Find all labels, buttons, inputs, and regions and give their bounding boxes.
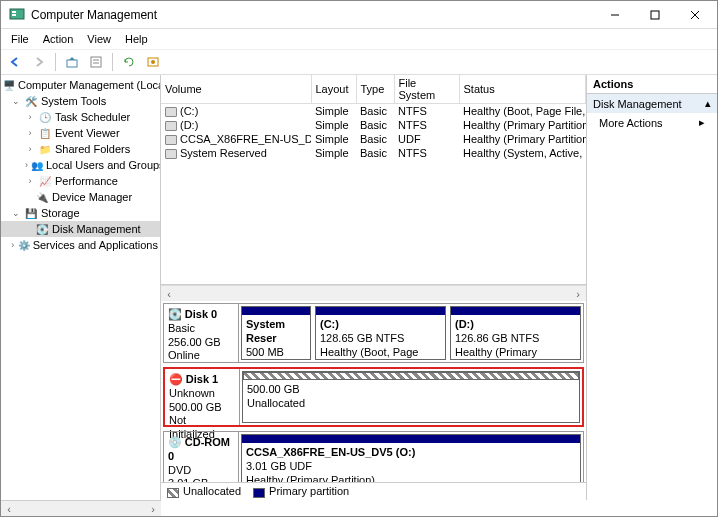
actions-header: Actions [587,75,717,94]
tree-storage[interactable]: ⌄ 💾 Storage [1,205,160,221]
chevron-right-icon[interactable]: › [25,144,35,154]
tools-icon: 🛠️ [24,94,38,108]
tree-system-tools[interactable]: ⌄ 🛠️ System Tools [1,93,160,109]
partition-cdrom[interactable]: CCSA_X86FRE_EN-US_DV5 (O:) 3.01 GB UDF H… [241,434,581,482]
disk-0-header: 💽 Disk 0 Basic 256.00 GB Online [164,304,239,362]
menu-bar: File Action View Help [1,29,717,49]
tree-performance[interactable]: › 📈 Performance [1,173,160,189]
tree-disk-management[interactable]: 💽 Disk Management [1,221,160,237]
volume-row[interactable]: System ReservedSimpleBasicNTFSHealthy (S… [161,146,586,160]
minimize-button[interactable] [595,1,635,29]
partition-c[interactable]: (C:) 128.65 GB NTFS Healthy (Boot, Page … [315,306,446,360]
event-icon: 📋 [38,126,52,140]
drive-icon [165,107,177,117]
toolbar [1,49,717,75]
folder-icon: 📁 [38,142,52,156]
cdrom-icon: 💿 [168,436,182,448]
svg-rect-1 [12,11,16,13]
disk-1-row[interactable]: ⛔ Disk 1 Unknown 500.00 GB Not Initializ… [163,367,584,427]
title-bar: Computer Management [1,1,717,29]
cdrom-0-header: 💿 CD-ROM 0 DVD 3.01 GB Online [164,432,239,482]
computer-icon: 🖥️ [3,78,15,92]
app-icon [9,7,25,23]
partition-d[interactable]: (D:) 126.86 GB NTFS Healthy (Primary Par… [450,306,581,360]
chevron-right-icon[interactable]: › [25,160,28,170]
disk-graphic-area: 💽 Disk 0 Basic 256.00 GB Online System R… [161,301,586,482]
chevron-down-icon[interactable]: ⌄ [11,96,21,106]
close-button[interactable] [675,1,715,29]
col-type[interactable]: Type [356,75,394,104]
disk-icon: 💽 [35,222,49,236]
back-button[interactable] [5,52,25,72]
storage-icon: 💾 [24,206,38,220]
forward-button[interactable] [29,52,49,72]
col-status[interactable]: Status [459,75,586,104]
clock-icon: 🕒 [38,110,52,124]
partition-system-reserved[interactable]: System Reser 500 MB NTFS Healthy (Syste [241,306,311,360]
chevron-right-icon: ▸ [699,116,705,129]
refresh-button[interactable] [119,52,139,72]
volume-row[interactable]: CCSA_X86FRE_EN-US_DV5 (O:)SimpleBasicUDF… [161,132,586,146]
drive-icon [165,149,177,159]
tree-event-viewer[interactable]: › 📋 Event Viewer [1,125,160,141]
cdrom-0-row[interactable]: 💿 CD-ROM 0 DVD 3.01 GB Online CCSA_X86FR… [163,431,584,482]
menu-view[interactable]: View [81,31,117,47]
chevron-right-icon[interactable]: › [11,240,15,250]
chevron-right-icon[interactable]: › [25,128,35,138]
volume-row[interactable]: (C:)SimpleBasicNTFSHealthy (Boot, Page F… [161,104,586,119]
services-icon: ⚙️ [18,238,30,252]
tree-device-manager[interactable]: 🔌 Device Manager [1,189,160,205]
tree-shared-folders[interactable]: › 📁 Shared Folders [1,141,160,157]
legend: Unallocated Primary partition [161,482,586,500]
disk-0-row[interactable]: 💽 Disk 0 Basic 256.00 GB Online System R… [163,303,584,363]
svg-rect-2 [12,14,16,16]
svg-rect-4 [651,11,659,19]
drive-icon [165,121,177,131]
chevron-right-icon[interactable]: › [25,176,35,186]
users-icon: 👥 [31,158,43,172]
main-pane: Volume Layout Type File System Status (C… [161,75,587,500]
legend-primary-swatch [253,488,265,498]
menu-action[interactable]: Action [37,31,80,47]
disk-offline-icon: ⛔ [169,373,183,385]
properties-button[interactable] [86,52,106,72]
tree-local-users[interactable]: › 👥 Local Users and Groups [1,157,160,173]
col-filesystem[interactable]: File System [394,75,459,104]
svg-rect-8 [91,57,101,67]
settings-button[interactable] [143,52,163,72]
tree-services-apps[interactable]: › ⚙️ Services and Applications [1,237,160,253]
tree-scrollbar[interactable]: ‹› [1,500,161,516]
volume-scrollbar[interactable]: ‹› [161,285,586,301]
drive-icon [165,135,177,145]
legend-unallocated-swatch [167,488,179,498]
actions-section[interactable]: Disk Management ▴ [587,94,717,113]
disk-1-header: ⛔ Disk 1 Unknown 500.00 GB Not Initializ… [165,369,240,425]
disk-icon: 💽 [168,308,182,320]
actions-pane: Actions Disk Management ▴ More Actions ▸ [587,75,717,500]
tree-pane: 🖥️ Computer Management (Local ⌄ 🛠️ Syste… [1,75,161,500]
col-volume[interactable]: Volume [161,75,311,104]
perf-icon: 📈 [38,174,52,188]
volume-list[interactable]: Volume Layout Type File System Status (C… [161,75,586,285]
collapse-icon[interactable]: ▴ [705,97,711,110]
volume-row[interactable]: (D:)SimpleBasicNTFSHealthy (Primary Part… [161,118,586,132]
svg-rect-7 [67,60,77,67]
actions-more[interactable]: More Actions ▸ [587,113,717,132]
menu-file[interactable]: File [5,31,35,47]
partition-unallocated[interactable]: 500.00 GB Unallocated [242,371,580,423]
up-button[interactable] [62,52,82,72]
chevron-down-icon[interactable]: ⌄ [11,208,21,218]
chevron-right-icon[interactable]: › [25,112,35,122]
tree-task-scheduler[interactable]: › 🕒 Task Scheduler [1,109,160,125]
menu-help[interactable]: Help [119,31,154,47]
window-title: Computer Management [31,8,595,22]
device-icon: 🔌 [35,190,49,204]
tree-root[interactable]: 🖥️ Computer Management (Local [1,77,160,93]
col-layout[interactable]: Layout [311,75,356,104]
maximize-button[interactable] [635,1,675,29]
svg-point-12 [151,60,155,64]
